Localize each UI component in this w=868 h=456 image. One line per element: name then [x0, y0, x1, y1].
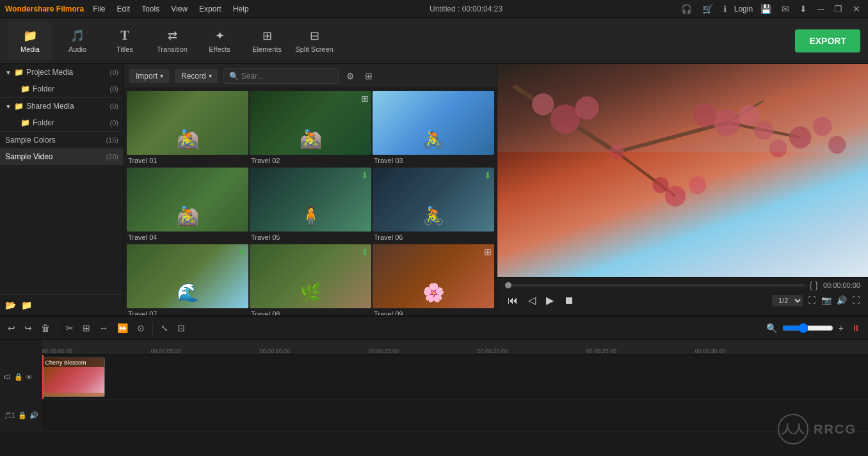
sample-colors-label: Sample Colors — [5, 136, 103, 145]
track-a1-volume-icon[interactable]: 🔊 — [29, 411, 38, 420]
search-input[interactable] — [241, 72, 333, 81]
media-thumb-travel01[interactable]: 🚵 Travel 01 — [127, 91, 248, 166]
zoom-slider[interactable] — [782, 323, 833, 333]
new-folder-icon[interactable]: 📁 — [21, 300, 32, 310]
project-media-count: (0) — [110, 68, 118, 76]
ripple-button[interactable]: ↔ — [97, 322, 111, 334]
sidebar-item-project-media[interactable]: ▼ 📁 Project Media (0) — [0, 64, 124, 81]
playhead[interactable] — [42, 355, 44, 399]
import-button[interactable]: Import ▾ — [129, 69, 170, 83]
crop-button[interactable]: ⊞ — [80, 322, 93, 334]
toolbar-media[interactable]: 📁 Media — [8, 22, 52, 60]
menu-export[interactable]: Export — [194, 3, 227, 15]
toolbar-splitscreen[interactable]: ⊟ Split Screen — [292, 22, 337, 60]
color-button[interactable]: ⊙ — [134, 322, 147, 334]
cut-button[interactable]: ✂ — [63, 322, 76, 334]
media-thumb-travel03[interactable]: 🚴 Travel 03 — [373, 91, 494, 166]
progress-end-markers: { } — [810, 280, 818, 290]
undo-button[interactable]: ↩ — [5, 322, 18, 334]
track-a1-header: 🎵1 🔒 🔊 — [0, 400, 42, 432]
menu-help[interactable]: Help — [228, 3, 254, 15]
preview-controls: { } 00:00:00:00 ⏮ ◁ ▶ ⏹ 1/2 1/4 1 — [497, 277, 868, 315]
search-box[interactable]: 🔍 — [223, 68, 339, 84]
media-thumb-travel02[interactable]: 🚵 ⊞ Travel 02 — [250, 91, 371, 166]
restore-button[interactable]: ❐ — [832, 4, 845, 14]
track-v1-lock-icon[interactable]: 🔒 — [14, 373, 23, 381]
login-button[interactable]: Login — [734, 4, 753, 13]
out-marker[interactable]: } — [815, 280, 818, 290]
toolbar-effects-label: Effects — [209, 45, 230, 53]
track-a1-lock-icon[interactable]: 🔒 — [18, 411, 27, 420]
travel04-label: Travel 04 — [127, 232, 248, 243]
grid-view-icon[interactable]: ⊞ — [362, 70, 375, 83]
toolbar-elements[interactable]: ⊞ Elements — [245, 22, 289, 60]
progress-dot[interactable] — [505, 282, 511, 288]
fullscreen-preview-button[interactable]: ⛶ — [808, 295, 816, 305]
media-thumb-travel06[interactable]: 🚴 ⬇ Travel 06 — [373, 168, 494, 243]
snapshot-button[interactable]: 📷 — [821, 295, 832, 305]
toolbar-effects[interactable]: ✦ Effects — [197, 22, 242, 60]
delete-button[interactable]: 🗑 — [38, 322, 52, 334]
app-title: Untitled : 00:00:04:23 — [430, 4, 502, 13]
download-icon[interactable]: ⬇ — [797, 4, 810, 14]
minimize-button[interactable]: ─ — [815, 4, 826, 14]
zoom-in-button[interactable]: + — [836, 322, 846, 334]
menu-edit[interactable]: Edit — [111, 3, 135, 15]
timeline-clip-cherry[interactable]: Cherry Blossom — [42, 358, 105, 397]
step-back-button[interactable]: ◁ — [526, 293, 538, 308]
ruler[interactable]: 00:00:00:00 00:00:05:00 00:00:10:00 00:0… — [42, 340, 868, 355]
clip-thumbnail — [43, 367, 104, 393]
save-icon[interactable]: 💾 — [758, 4, 774, 14]
media-thumb-travel08[interactable]: 🌿 ⬇ Travel 08 — [250, 244, 371, 315]
collapse-arrow-shared: ▼ — [5, 103, 12, 110]
toolbar-transition[interactable]: ⇄ Transition — [150, 22, 195, 60]
sidebar-item-project-folder[interactable]: 📁 Folder (0) — [13, 81, 124, 97]
titlebar: Wondershare Filmora File Edit Tools View… — [0, 0, 868, 18]
add-folder-icon[interactable]: 📂 — [5, 300, 16, 310]
zoom-out-button[interactable]: 🔍 — [764, 322, 780, 334]
email-icon[interactable]: ✉ — [779, 4, 792, 14]
volume-button[interactable]: 🔊 — [837, 295, 847, 305]
toolbar-titles[interactable]: T Titles — [102, 22, 147, 60]
media-thumb-travel09[interactable]: ⊞ 🌸 Travel 09 — [373, 244, 494, 315]
play-button[interactable]: ▶ — [543, 293, 556, 308]
import-label: Import — [136, 72, 157, 81]
export-button[interactable]: EXPORT — [795, 29, 860, 52]
tl-sep-1 — [58, 322, 58, 334]
fit-button[interactable]: ⤡ — [158, 322, 171, 334]
snap-button[interactable]: ⊡ — [175, 322, 188, 334]
redo-button[interactable]: ↪ — [22, 322, 35, 334]
menu-view[interactable]: View — [166, 3, 193, 15]
titlebar-menus: File Edit Tools View Export Help — [88, 3, 253, 15]
speed-selector[interactable]: 1/2 1/4 1 2 — [772, 295, 803, 306]
close-button[interactable]: ✕ — [850, 4, 863, 14]
media-thumb-travel07[interactable]: 🌊 ⬇ Travel 07 — [127, 244, 248, 315]
media-thumb-travel05[interactable]: 🧍 ⬇ Travel 05 — [250, 168, 371, 243]
stop-button[interactable]: ⏹ — [561, 294, 577, 308]
sidebar-item-sample-video[interactable]: Sample Video (20) — [0, 148, 124, 165]
audio-track-row — [42, 400, 868, 432]
settings-preview-button[interactable]: ⛶ — [852, 295, 860, 305]
pause-timeline-button[interactable]: ⏸ — [849, 322, 863, 334]
progress-bar[interactable] — [505, 284, 805, 287]
timeline: ↩ ↪ 🗑 ✂ ⊞ ↔ ⏩ ⊙ ⤡ ⊡ 🔍 + ⏸ ⑆1 🔒 👁 — [0, 315, 868, 456]
preview-video-background — [497, 64, 868, 277]
track-area: Cherry Blossom — [42, 355, 868, 456]
skip-back-button[interactable]: ⏮ — [505, 294, 520, 308]
import-arrow-icon: ▾ — [160, 72, 163, 79]
sidebar-item-shared-folder[interactable]: 📁 Folder (0) — [13, 114, 124, 131]
sidebar: ▼ 📁 Project Media (0) 📁 Folder (0) ▼ 📁 S… — [0, 64, 124, 315]
track-v1-eye-icon[interactable]: 👁 — [26, 373, 33, 381]
in-marker[interactable]: { — [810, 280, 813, 290]
filter-icon[interactable]: ⚙ — [344, 70, 357, 83]
toolbar-audio[interactable]: 🎵 Audio — [55, 22, 100, 60]
svg-point-11 — [665, 186, 686, 207]
speed-button[interactable]: ⏩ — [115, 322, 131, 334]
sidebar-item-sample-colors[interactable]: Sample Colors (15) — [0, 132, 124, 148]
sidebar-item-shared-media[interactable]: ▼ 📁 Shared Media (0) — [0, 98, 124, 114]
record-button[interactable]: Record ▾ — [175, 69, 218, 83]
menu-tools[interactable]: Tools — [136, 3, 165, 15]
media-thumb-travel04[interactable]: 🚵 Travel 04 — [127, 168, 248, 243]
ruler-mark-15: 00:00:15:00 — [369, 348, 399, 354]
menu-file[interactable]: File — [88, 3, 110, 15]
